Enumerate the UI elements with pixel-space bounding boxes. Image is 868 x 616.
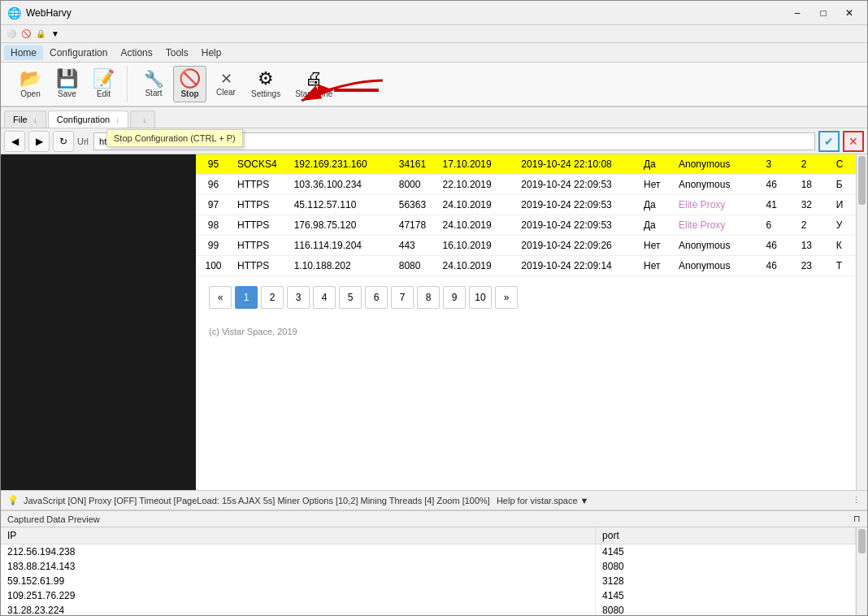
page-7-button[interactable]: 7 [391, 286, 414, 309]
page-3-button[interactable]: 3 [287, 286, 310, 309]
page-8-button[interactable]: 8 [417, 286, 440, 309]
open-label: Open [20, 89, 40, 98]
menu-item-configuration[interactable]: Configuration [43, 46, 114, 60]
cell-ip: 45.112.57.110 [288, 195, 393, 215]
cell-anon: Anonymous [672, 154, 760, 175]
nav-cancel-button[interactable]: ✕ [843, 131, 864, 152]
cell-n1: 46 [760, 256, 795, 276]
page-10-button[interactable]: 10 [469, 286, 492, 309]
cell-ip: 116.114.19.204 [288, 236, 393, 256]
settings-label: Settings [251, 89, 280, 98]
open-icon: 📂 [20, 70, 41, 88]
cell-n1: 6 [760, 215, 795, 236]
cell-ip: 1.10.188.202 [288, 256, 393, 276]
page-4-button[interactable]: 4 [313, 286, 336, 309]
start-mine-button[interactable]: 🖨 Start-Mine [289, 66, 338, 102]
status-help[interactable]: Help for vistar.space ▼ [497, 496, 589, 505]
tab-strip: File ↓ Configuration ↓ ↓ [1, 107, 867, 128]
tab-configuration[interactable]: Configuration ↓ [48, 111, 129, 128]
start-icon: 🔧 [144, 71, 164, 87]
menu-item-tools[interactable]: Tools [159, 46, 195, 60]
menu-item-help[interactable]: Help [195, 46, 228, 60]
page-5-button[interactable]: 5 [339, 286, 362, 309]
bottom-panel-pin[interactable]: ⊓ [853, 514, 861, 524]
refresh-button[interactable]: ↻ [53, 131, 74, 152]
forward-button[interactable]: ▶ [28, 131, 50, 152]
status-text: JavaScript [ON] Proxy [OFF] Timeout [Pag… [24, 496, 490, 505]
cell-captured-port: 4145 [596, 544, 856, 560]
menu-item-home[interactable]: Home [4, 46, 43, 60]
save-button[interactable]: 💾 Save [50, 66, 84, 102]
cell-num: 99 [196, 236, 231, 256]
page-2-button[interactable]: 2 [261, 286, 284, 309]
tab-file[interactable]: File ↓ [4, 111, 46, 128]
tab-extra[interactable]: ↓ [130, 111, 155, 128]
page-1-button[interactable]: 1 [235, 286, 258, 309]
cell-captured-port: 8080 [596, 603, 856, 615]
cell-date2: 2019-10-24 22:09:53 [514, 175, 637, 195]
settings-button[interactable]: ⚙ Settings [245, 66, 286, 102]
cell-port: 443 [393, 236, 436, 256]
cell-n1: 46 [760, 175, 795, 195]
cell-c: С [830, 154, 856, 175]
copyright-text: (c) Vistar Space, 2019 [209, 327, 297, 336]
cell-captured-ip: 31.28.23.224 [1, 603, 596, 615]
url-label: Url [77, 137, 89, 146]
cell-anon: Elite Proxy [672, 195, 760, 215]
page-9-button[interactable]: 9 [443, 286, 466, 309]
close-button[interactable]: ✕ [838, 5, 861, 21]
qat-icon-2[interactable]: 🚫 [19, 27, 33, 41]
page-prev-button[interactable]: « [209, 286, 232, 309]
cell-type: HTTPS [231, 195, 288, 215]
table-row: 95 SOCKS4 192.169.231.160 34161 17.10.20… [196, 154, 856, 175]
cell-num: 98 [196, 215, 231, 236]
cell-captured-ip: 109.251.76.229 [1, 588, 596, 603]
list-item: 109.251.76.229 4145 [1, 588, 856, 603]
cell-num: 97 [196, 195, 231, 215]
clear-button[interactable]: ✕ Clear [210, 66, 242, 102]
col-ip-header: IP [1, 527, 596, 544]
clear-icon: ✕ [220, 72, 232, 86]
back-button[interactable]: ◀ [4, 131, 25, 152]
table-row: 98 HTTPS 176.98.75.120 47178 24.10.2019 … [196, 215, 856, 236]
cell-anon: Anonymous [672, 256, 760, 276]
table-row: 96 HTTPS 103.36.100.234 8000 22.10.2019 … [196, 175, 856, 195]
cell-captured-ip: 183.88.214.143 [1, 559, 596, 574]
bottom-panel-title: Captured Data Preview [7, 514, 100, 524]
proxy-table: 95 SOCKS4 192.169.231.160 34161 17.10.20… [196, 154, 856, 276]
cell-c: У [830, 215, 856, 236]
menubar: Home Configuration Actions Tools Help [1, 43, 867, 63]
cell-c: И [830, 195, 856, 215]
open-button[interactable]: 📂 Open [14, 66, 47, 102]
edit-button[interactable]: 📝 Edit [87, 66, 120, 102]
qat-icon-1[interactable]: ⚪ [4, 27, 19, 41]
minimize-button[interactable]: – [786, 5, 809, 21]
table-row: 99 HTTPS 116.114.19.204 443 16.10.2019 2… [196, 236, 856, 256]
bottom-table: IP port 212.56.194.238 4145 183.88.214.1… [1, 527, 867, 615]
content-footer: (c) Vistar Space, 2019 [196, 319, 867, 345]
status-resize-icon: ⋮ [852, 495, 861, 505]
edit-label: Edit [97, 89, 111, 98]
start-button[interactable]: 🔧 Start [137, 66, 170, 102]
table-row: 97 HTTPS 45.112.57.110 56363 24.10.2019 … [196, 195, 856, 215]
page-next-button[interactable]: » [495, 286, 518, 309]
table-row: 100 HTTPS 1.10.188.202 8080 24.10.2019 2… [196, 256, 856, 276]
qat-icon-3[interactable]: 🔒 [33, 27, 48, 41]
maximize-button[interactable]: □ [812, 5, 835, 21]
cell-yes: Нет [637, 175, 672, 195]
url-input[interactable] [93, 132, 815, 150]
tab-file-pin: ↓ [33, 115, 37, 124]
ribbon-group-file: 📂 Open 💾 Save 📝 Edit [7, 66, 128, 102]
cell-num: 100 [196, 256, 231, 276]
cell-type: HTTPS [231, 215, 288, 236]
cell-num: 96 [196, 175, 231, 195]
stop-button[interactable]: 🚫 Stop [173, 66, 206, 102]
cell-port: 8080 [393, 256, 436, 276]
qat-dropdown[interactable]: ▼ [48, 27, 63, 41]
nav-confirm-button[interactable]: ✔ [818, 131, 840, 152]
menu-item-actions[interactable]: Actions [114, 46, 158, 60]
start-mine-label: Start-Mine [295, 89, 332, 98]
cell-captured-port: 3128 [596, 574, 856, 588]
page-6-button[interactable]: 6 [365, 286, 388, 309]
cell-anon: Anonymous [672, 236, 760, 256]
